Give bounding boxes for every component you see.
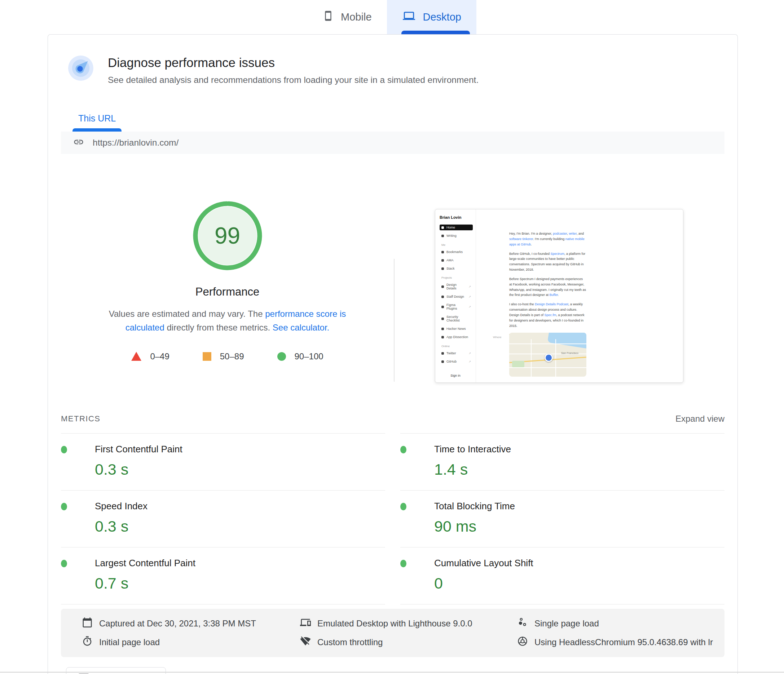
legend-item-fail: 0–49 [131,351,169,362]
stopwatch-icon [82,636,93,649]
thumb-section-header: Online [440,345,473,348]
thumb-paragraph: Before GitHub, I co-founded Spectrum, a … [509,251,586,272]
metric-value: 0.7 s [95,575,385,592]
orange-square-icon [203,352,212,361]
page-title: Diagnose performance issues [108,56,479,70]
metric-label: Time to Interactive [434,444,725,455]
map-city-label: San Francisco [561,351,579,355]
report-card: Diagnose performance issues See detailed… [48,34,738,674]
thumb-section-header: Me [440,243,473,247]
thumb-nav-item: Writing [440,233,473,239]
map-road [509,367,586,368]
metric-value: 0.3 s [95,461,385,478]
active-tab-underline [401,31,470,34]
report-header: Diagnose performance issues See detailed… [61,55,725,85]
thumb-nav-item: Staff Design↗ [440,294,473,300]
thumb-paragraph: Hey, I'm Brian. I'm a designer, podcaste… [509,231,586,247]
thumb-section-header: Projects [440,276,473,280]
single-page-load-item: Single page load [517,617,713,630]
thumb-item-icon [442,336,444,339]
map-road [555,339,556,377]
capture-info-text: Emulated Desktop with Lighthouse 9.0.0 [317,618,473,629]
metric-label: First Contentful Paint [95,444,385,455]
red-triangle-icon [131,352,142,361]
thumb-nav-item: Stack [440,266,473,272]
thumb-site-title: Brian Lovin [440,215,473,219]
metric-pass-dot-icon [61,560,67,567]
devices-icon [300,617,311,630]
legend-label: 50–89 [220,351,244,362]
see-calculator-link[interactable]: See calculator. [273,323,329,332]
thumb-nav-item: App Dissection [440,334,473,340]
header-text: Diagnose performance issues See detailed… [108,55,479,85]
browser-version-item: Using HeadlessChromium 95.0.4638.69 with… [517,636,713,649]
section-divider [0,672,784,672]
metric-largest-contentful-paint: Largest Contentful Paint 0.7 s [61,547,385,604]
thumb-item-icon [442,318,444,320]
tab-this-url-label: This URL [78,113,116,123]
metric-value: 0 [434,575,725,592]
metric-label: Largest Contentful Paint [95,558,385,569]
analyzed-url: https://brianlovin.com/ [93,138,179,148]
performance-label: Performance [61,286,394,298]
map-location-pin [544,354,553,362]
diagnose-compass-icon [67,55,94,81]
thumb-item-icon [442,235,444,237]
score-legend: 0–49 50–89 90–100 [61,351,394,362]
metric-pass-dot-icon [400,503,406,510]
metric-first-contentful-paint: First Contentful Paint 0.3 s [61,433,385,490]
this-url-tab-underline [73,128,121,132]
thumb-item-icon [442,267,444,270]
metric-time-to-interactive: Time to Interactive 1.4 s [400,433,725,490]
capture-time-item: Captured at Dec 30, 2021, 3:38 PM MST [82,617,300,630]
metrics-header: METRICS Expand view [61,414,725,424]
metric-label: Cumulative Layout Shift [434,558,725,569]
metric-value: 1.4 s [434,461,725,478]
capture-info-text: Custom throttling [317,637,383,647]
map-park [512,361,524,367]
metrics-grid: First Contentful Paint 0.3 s Time to Int… [61,433,725,604]
thumb-sidebar: Brian Lovin HomeWritingMeBookmarksAMASta… [435,210,476,382]
metrics-section-label: METRICS [61,414,101,424]
legend-label: 0–49 [150,351,169,362]
calendar-icon [82,617,93,630]
thumb-item-icon [442,295,444,298]
expand-view-button[interactable]: Expand view [675,414,725,424]
capture-info-text: Using HeadlessChromium 95.0.4638.69 with… [534,637,713,647]
thumb-where-label: Where [493,335,502,339]
capture-info-column: Captured at Dec 30, 2021, 3:38 PM MST In… [82,617,300,649]
thumb-nav-item: Design Details↗ [440,282,473,291]
metric-pass-dot-icon [400,560,406,567]
page-subtitle: See detailed analysis and recommendation… [108,75,479,85]
thumb-nav-item: Twitter↗ [440,350,473,356]
capture-info-text: Single page load [534,618,599,629]
thumb-sign-in: Sign in [435,374,476,377]
metric-cumulative-layout-shift: Cumulative Layout Shift 0 [400,547,725,604]
performance-score-column: 99 Performance Values are estimated and … [61,199,394,383]
emulated-device-item: Emulated Desktop with Lighthouse 9.0.0 [300,617,517,630]
metric-label: Total Blocking Time [434,501,725,512]
metric-pass-dot-icon [61,503,67,510]
tab-this-url[interactable]: This URL [69,109,125,132]
thumb-nav-item: GitHub↗ [440,359,473,364]
site-screenshot-thumbnail[interactable]: Brian Lovin HomeWritingMeBookmarksAMASta… [435,209,683,383]
metric-total-blocking-time: Total Blocking Time 90 ms [400,490,725,547]
map-road [531,339,532,377]
tab-mobile[interactable]: Mobile [308,0,387,34]
thumb-nav-item: Bookmarks [440,249,473,255]
thumb-item-icon [442,328,444,330]
map-road [509,343,586,344]
capture-info-text: Initial page load [99,637,160,647]
capture-info-column: Single page load Using HeadlessChromium … [517,617,713,649]
thumb-item-icon [442,360,444,363]
metric-value: 90 ms [434,517,725,535]
single-page-load-icon [517,617,528,630]
view-treemap-button[interactable]: View Treemap [66,667,166,674]
column-divider [394,259,395,382]
metric-label: Speed Index [95,501,385,512]
score-note-text-2: directly from these metrics. [165,323,273,332]
capture-info-band: Captured at Dec 30, 2021, 3:38 PM MST In… [61,609,725,657]
tab-desktop[interactable]: Desktop [387,0,476,34]
thumb-nav-item: Hacker News [440,326,473,332]
laptop-icon [402,10,416,25]
